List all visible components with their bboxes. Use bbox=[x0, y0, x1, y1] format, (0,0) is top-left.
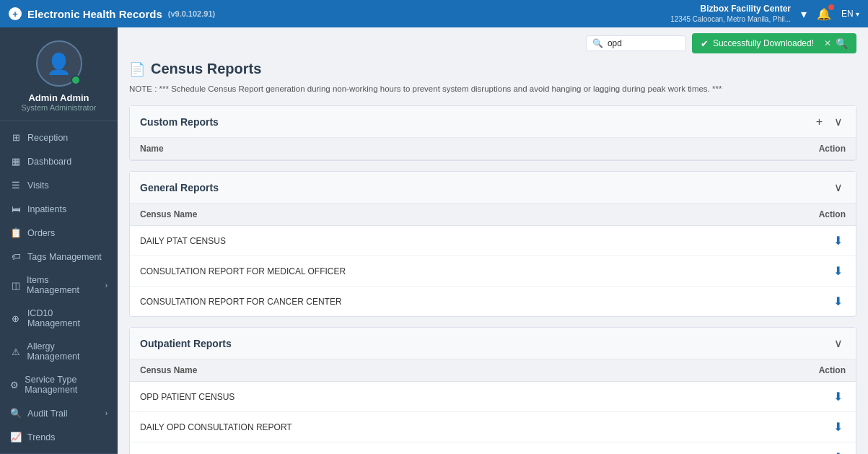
chevron-right-icon: › bbox=[105, 281, 108, 289]
tags-icon: 🏷 bbox=[10, 251, 22, 262]
download-button[interactable]: ⬇ bbox=[830, 419, 846, 435]
download-button[interactable]: ⬇ bbox=[830, 232, 846, 249]
grid-icon: ⊞ bbox=[10, 132, 22, 143]
custom-reports-actions: + ∨ bbox=[813, 113, 846, 130]
page-title: 📄 Census Reports bbox=[129, 61, 856, 77]
success-toast: ✔ Successfully Downloaded! ✕ 🔍 bbox=[692, 33, 856, 53]
notifications-button[interactable]: 🔔 bbox=[817, 7, 831, 21]
general-action-header: Action bbox=[730, 204, 856, 226]
toast-close-button[interactable]: ✕ bbox=[824, 38, 831, 48]
sidebar: 👤 Admin Admin System Administrator ⊞ Rec… bbox=[0, 27, 118, 454]
download-button[interactable]: ⬇ bbox=[830, 293, 846, 310]
search-icon-toast: 🔍 bbox=[836, 38, 848, 49]
allergy-icon: ⚠ bbox=[10, 346, 22, 357]
census-name-cell: DAILY PTAT CENSUS bbox=[130, 226, 730, 256]
outpatient-reports-section: Outpatient Reports ∨ Census Name Action bbox=[129, 327, 856, 454]
custom-reports-table-wrap: Name Action bbox=[130, 138, 856, 160]
outpatient-census-name-header: Census Name bbox=[130, 359, 789, 382]
outpatient-reports-title: Outpatient Reports bbox=[140, 338, 232, 349]
custom-reports-table: Name Action bbox=[130, 138, 856, 160]
outpatient-reports-header[interactable]: Outpatient Reports ∨ bbox=[130, 328, 856, 359]
items-icon: ◫ bbox=[10, 280, 21, 291]
sidebar-role: System Administrator bbox=[22, 103, 97, 112]
collapse-outpatient-reports-button[interactable]: ∨ bbox=[831, 335, 846, 352]
facility-info: Bizbox Facility Center 12345 Caloocan, M… bbox=[670, 4, 791, 25]
general-reports-actions: ∨ bbox=[831, 179, 846, 196]
sidebar-item-label: Service Type Management bbox=[25, 375, 108, 395]
sidebar-item-inpatients[interactable]: 🛏 Inpatients bbox=[0, 197, 118, 221]
visits-icon: ☰ bbox=[10, 180, 22, 191]
download-button[interactable]: ⬇ bbox=[830, 449, 846, 454]
general-reports-header[interactable]: General Reports ∨ bbox=[130, 172, 856, 204]
sidebar-profile: 👤 Admin Admin System Administrator bbox=[0, 27, 118, 121]
custom-reports-title: Custom Reports bbox=[140, 116, 219, 128]
action-cell: ⬇ bbox=[730, 226, 856, 256]
app-name: Electronic Health Records bbox=[27, 8, 162, 20]
sidebar-item-label: Audit Trail bbox=[27, 409, 68, 419]
sidebar-item-allergy[interactable]: ⚠ Allergy Management bbox=[0, 335, 118, 368]
notification-badge bbox=[828, 4, 834, 10]
sidebar-item-label: Trends bbox=[27, 432, 55, 442]
sidebar-item-items[interactable]: ◫ Items Management › bbox=[0, 269, 118, 302]
custom-reports-header[interactable]: Custom Reports + ∨ bbox=[130, 106, 856, 138]
collapse-custom-reports-button[interactable]: ∨ bbox=[831, 113, 846, 130]
icd10-icon: ⊕ bbox=[10, 313, 22, 324]
custom-action-col-header: Action bbox=[479, 138, 856, 160]
sidebar-item-label: Allergy Management bbox=[27, 341, 108, 362]
general-reports-table-wrap: Census Name Action DAILY PTAT CENSUS ⬇ C… bbox=[130, 204, 856, 316]
app-icon: + bbox=[9, 7, 22, 20]
action-cell: ⬇ bbox=[730, 256, 856, 287]
table-row: MONTHLY OPHTHALMOLOGY OPD CONSULTATION R… bbox=[130, 442, 856, 454]
inpatients-icon: 🛏 bbox=[10, 204, 22, 214]
sidebar-item-trends[interactable]: 📈 Trends bbox=[0, 425, 118, 449]
search-box[interactable]: 🔍 bbox=[586, 35, 686, 51]
top-nav-right: Bizbox Facility Center 12345 Caloocan, M… bbox=[670, 4, 859, 25]
check-icon: ✔ bbox=[701, 38, 709, 49]
top-navigation: + Electronic Health Records (v9.0.102.91… bbox=[0, 0, 868, 27]
outpatient-action-header: Action bbox=[789, 359, 856, 382]
sidebar-nav: ⊞ Reception ▦ Dashboard ☰ Visits 🛏 Inpat… bbox=[0, 121, 118, 453]
sidebar-item-label: Dashboard bbox=[27, 157, 71, 167]
sidebar-item-service[interactable]: ⚙ Service Type Management bbox=[0, 368, 118, 401]
search-icon: 🔍 bbox=[592, 38, 603, 48]
collapse-general-reports-button[interactable]: ∨ bbox=[831, 179, 846, 196]
action-cell: ⬇ bbox=[789, 412, 856, 442]
download-button[interactable]: ⬇ bbox=[830, 263, 846, 279]
sidebar-username: Admin Admin bbox=[28, 92, 89, 103]
language-selector[interactable]: EN ▾ bbox=[841, 9, 859, 19]
sidebar-item-audit[interactable]: 🔍 Audit Trail › bbox=[0, 401, 118, 425]
table-row: DAILY PTAT CENSUS ⬇ bbox=[130, 226, 856, 256]
sidebar-item-visits[interactable]: ☰ Visits bbox=[0, 173, 118, 197]
content-header: 🔍 ✔ Successfully Downloaded! ✕ 🔍 bbox=[118, 27, 868, 53]
page-note: NOTE : *** Schedule Census Report genera… bbox=[129, 83, 856, 95]
action-cell: ⬇ bbox=[789, 442, 856, 454]
facility-name: Bizbox Facility Center bbox=[670, 4, 791, 15]
chevron-right-icon-audit: › bbox=[105, 409, 108, 417]
sidebar-item-label: Items Management bbox=[27, 275, 100, 295]
sidebar-item-tags[interactable]: 🏷 Tags Management bbox=[0, 245, 118, 269]
sidebar-item-label: Reception bbox=[27, 133, 68, 143]
service-icon: ⚙ bbox=[10, 380, 19, 390]
trends-icon: 📈 bbox=[10, 432, 22, 442]
app-version: (v9.0.102.91) bbox=[168, 9, 215, 18]
census-name-cell: CONSULTATION REPORT FOR MEDICAL OFFICER bbox=[130, 256, 730, 287]
dashboard-icon: ▦ bbox=[10, 156, 22, 167]
outpatient-reports-table-wrap: Census Name Action OPD PATIENT CENSUS ⬇ … bbox=[130, 359, 856, 454]
search-input[interactable] bbox=[608, 38, 680, 48]
sidebar-item-icd10[interactable]: ⊕ ICD10 Management bbox=[0, 302, 118, 335]
sidebar-item-reception[interactable]: ⊞ Reception bbox=[0, 126, 118, 149]
census-name-cell: OPD PATIENT CENSUS bbox=[130, 382, 789, 412]
orders-icon: 📋 bbox=[10, 227, 22, 238]
dropdown-toggle[interactable]: ▾ bbox=[801, 7, 807, 21]
toast-message: Successfully Downloaded! bbox=[713, 38, 814, 48]
sidebar-item-orders[interactable]: 📋 Orders bbox=[0, 221, 118, 245]
add-custom-report-button[interactable]: + bbox=[813, 114, 825, 130]
general-census-name-header: Census Name bbox=[130, 204, 730, 226]
table-row: CONSULTATION REPORT FOR MEDICAL OFFICER … bbox=[130, 256, 856, 287]
avatar-wrap: 👤 bbox=[36, 40, 82, 87]
outpatient-reports-table: Census Name Action OPD PATIENT CENSUS ⬇ … bbox=[130, 359, 856, 454]
census-name-cell: MONTHLY OPHTHALMOLOGY OPD CONSULTATION R… bbox=[130, 442, 789, 454]
sidebar-item-dashboard[interactable]: ▦ Dashboard bbox=[0, 149, 118, 173]
table-row: DAILY OPD CONSULTATION REPORT ⬇ bbox=[130, 412, 856, 442]
download-button[interactable]: ⬇ bbox=[830, 388, 846, 405]
